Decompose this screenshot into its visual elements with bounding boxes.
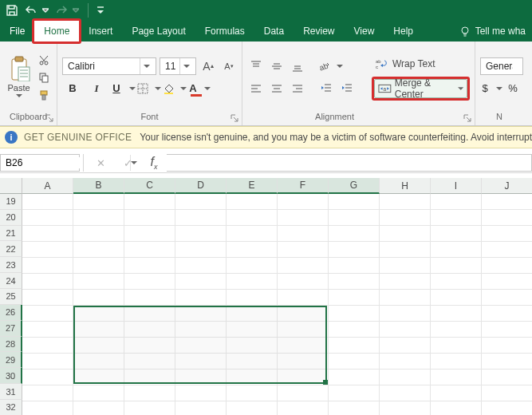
undo-dropdown-icon[interactable] — [41, 3, 49, 18]
column-header[interactable]: F — [278, 178, 329, 194]
cell[interactable] — [73, 258, 124, 274]
font-size-combo[interactable]: 11 — [160, 57, 196, 75]
column-header[interactable]: A — [22, 178, 73, 194]
cell[interactable] — [329, 338, 380, 354]
column-header[interactable]: I — [431, 178, 482, 194]
qat-customize-icon[interactable] — [93, 3, 108, 18]
cell[interactable] — [73, 210, 124, 226]
cell[interactable] — [73, 242, 124, 258]
cell[interactable] — [175, 354, 227, 370]
cell[interactable] — [482, 385, 532, 401]
cell[interactable] — [227, 322, 278, 338]
column-header[interactable]: C — [124, 178, 175, 194]
number-format-combo[interactable]: General — [480, 57, 523, 75]
cell[interactable] — [73, 290, 124, 306]
cell[interactable] — [227, 194, 278, 210]
cell[interactable] — [380, 370, 431, 385]
cell[interactable] — [175, 258, 227, 274]
cell[interactable] — [175, 370, 227, 385]
row-header[interactable]: 31 — [0, 384, 22, 400]
cell[interactable] — [175, 401, 227, 415]
cell[interactable] — [482, 306, 532, 322]
cell[interactable] — [380, 194, 431, 210]
cell[interactable] — [227, 242, 278, 258]
cell[interactable] — [431, 385, 482, 401]
undo-icon[interactable] — [24, 3, 38, 18]
cell[interactable] — [380, 290, 431, 306]
cell[interactable] — [73, 226, 124, 242]
tab-formulas[interactable]: Formulas — [195, 21, 254, 42]
cell[interactable] — [22, 194, 73, 210]
increase-font-size-button[interactable]: A▴ — [199, 57, 217, 75]
cell[interactable] — [329, 242, 380, 258]
cell[interactable] — [431, 258, 482, 274]
cell[interactable] — [227, 401, 278, 415]
align-right-button[interactable] — [289, 80, 306, 97]
cell[interactable] — [431, 338, 482, 354]
cell[interactable] — [22, 242, 73, 258]
cell[interactable] — [22, 210, 73, 226]
tab-review[interactable]: Review — [294, 21, 344, 42]
cell[interactable] — [278, 370, 329, 385]
cell[interactable] — [124, 401, 175, 415]
cell[interactable] — [22, 290, 73, 306]
cell[interactable] — [124, 226, 175, 242]
cell[interactable] — [73, 385, 124, 401]
cell[interactable] — [227, 258, 278, 274]
cell[interactable] — [278, 274, 329, 290]
cell[interactable] — [431, 370, 482, 385]
cell[interactable] — [431, 242, 482, 258]
cell[interactable] — [329, 226, 380, 242]
cell[interactable] — [278, 258, 329, 274]
cell[interactable] — [380, 226, 431, 242]
wrap-text-button[interactable]: abc Wrap Text — [372, 54, 470, 73]
dialog-launcher-clipboard[interactable] — [45, 114, 53, 122]
cell[interactable] — [431, 210, 482, 226]
dialog-launcher-alignment[interactable] — [463, 114, 471, 122]
cell[interactable] — [175, 338, 227, 354]
column-header[interactable]: J — [482, 178, 532, 194]
cell[interactable] — [482, 210, 532, 226]
row-header[interactable]: 20 — [0, 210, 22, 226]
tab-page-layout[interactable]: Page Layout — [122, 21, 195, 42]
cell[interactable] — [329, 290, 380, 306]
cell[interactable] — [329, 322, 380, 338]
cell[interactable] — [124, 354, 175, 370]
cell[interactable] — [22, 338, 73, 354]
cell[interactable] — [124, 385, 175, 401]
select-all-corner[interactable] — [0, 178, 22, 194]
row-header[interactable]: 22 — [0, 241, 22, 257]
format-painter-button[interactable] — [36, 87, 52, 103]
cell[interactable] — [22, 401, 73, 415]
name-box[interactable] — [0, 154, 80, 172]
tab-home[interactable]: Home — [34, 21, 79, 42]
tab-file[interactable]: File — [0, 21, 34, 42]
font-name-combo[interactable]: Calibri — [62, 57, 156, 75]
cell[interactable] — [380, 322, 431, 338]
cell[interactable] — [278, 401, 329, 415]
cell[interactable] — [482, 258, 532, 274]
cell[interactable] — [278, 354, 329, 370]
cell[interactable] — [22, 306, 73, 322]
chevron-down-icon[interactable] — [140, 58, 152, 74]
orientation-button[interactable]: ab — [317, 57, 338, 75]
column-header[interactable]: H — [380, 178, 431, 194]
cell[interactable] — [175, 385, 227, 401]
cell[interactable] — [124, 338, 175, 354]
paste-button[interactable]: Paste — [5, 56, 33, 99]
cell[interactable] — [431, 322, 482, 338]
cell[interactable] — [380, 258, 431, 274]
cell[interactable] — [482, 338, 532, 354]
decrease-indent-button[interactable] — [317, 80, 335, 97]
cell[interactable] — [124, 370, 175, 385]
cell[interactable] — [227, 354, 278, 370]
cell[interactable] — [227, 385, 278, 401]
cell[interactable] — [278, 210, 329, 226]
cell[interactable] — [431, 401, 482, 415]
cell[interactable] — [329, 306, 380, 322]
decrease-font-size-button[interactable]: A▾ — [220, 57, 238, 75]
copy-button[interactable] — [36, 69, 52, 85]
cell[interactable] — [431, 306, 482, 322]
cell[interactable] — [73, 370, 124, 385]
cell[interactable] — [482, 194, 532, 210]
